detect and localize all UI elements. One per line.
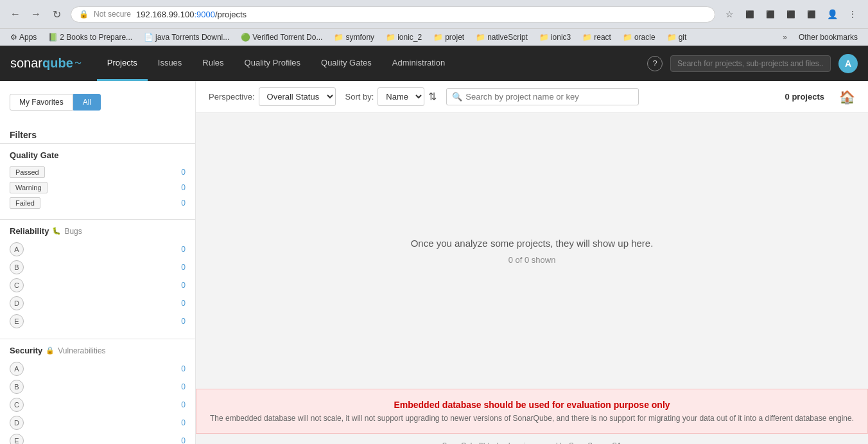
- security-grade-d[interactable]: D: [10, 416, 24, 430]
- refresh-button[interactable]: ↻: [48, 5, 65, 23]
- security-a-row: A 0: [10, 362, 186, 376]
- nav-right: ? A: [647, 54, 858, 73]
- back-button[interactable]: ←: [6, 5, 24, 23]
- nav-buttons: ← → ↻: [6, 5, 65, 23]
- ext4-button[interactable]: ⬛: [803, 5, 820, 23]
- nav-item-administration[interactable]: Administration: [382, 46, 455, 81]
- warning-text: The embedded database will not scale, it…: [209, 414, 855, 423]
- more-button[interactable]: ⋮: [844, 5, 862, 23]
- sidebar-tabs: My Favorites All: [0, 87, 195, 117]
- security-d-row: D 0: [10, 416, 186, 430]
- bookmark-books[interactable]: 📗 2 Books to Prepare...: [44, 31, 136, 43]
- bookmark-verified-label: Verified Torrent Do...: [252, 33, 322, 42]
- reliability-d-count: 0: [181, 299, 186, 308]
- content-body: Once you analyze some projects, they wil…: [196, 113, 868, 389]
- security-grade-e[interactable]: E: [10, 434, 24, 444]
- bookmark-ionic2[interactable]: 📁 ionic_2: [382, 31, 426, 43]
- reliability-grade-a[interactable]: A: [10, 242, 24, 256]
- reliability-a-row: A 0: [10, 242, 186, 256]
- bookmark-verified[interactable]: 🟢 Verified Torrent Do...: [237, 31, 326, 43]
- sort-direction-icon[interactable]: ⇅: [428, 91, 437, 103]
- home-icon[interactable]: 🏠: [839, 89, 855, 105]
- warning-title: Embedded database should be used for eva…: [209, 400, 855, 410]
- ionic3-icon: 📁: [539, 33, 549, 42]
- perspective-select[interactable]: Overall Status: [259, 87, 336, 106]
- nav-item-issues[interactable]: Issues: [148, 46, 193, 81]
- failed-filter-row: Failed 0: [10, 197, 186, 209]
- quality-gate-filter: Quality Gate Passed 0 Warning 0 Failed 0: [0, 143, 195, 219]
- reliability-d-row: D 0: [10, 296, 186, 310]
- bookmark-apps[interactable]: ⚙ Apps: [6, 31, 40, 43]
- quality-gate-title: Quality Gate: [10, 150, 186, 160]
- global-search-input[interactable]: [670, 55, 831, 72]
- help-button[interactable]: ?: [647, 56, 663, 71]
- browser-action-buttons: ☆ ⬛ ⬛ ⬛ ⬛ 👤 ⋮: [720, 5, 862, 23]
- bookmark-oracle[interactable]: 📁 oracle: [619, 31, 659, 43]
- forward-button[interactable]: →: [27, 5, 45, 23]
- reliability-grade-c[interactable]: C: [10, 278, 24, 292]
- security-b-row: B 0: [10, 380, 186, 394]
- projects-count: 0 projects: [785, 92, 824, 102]
- bookmark-symfony[interactable]: 📁 symfony: [330, 31, 378, 43]
- sort-control: Sort by: Name ⇅: [345, 87, 437, 106]
- filters-header: Filters: [0, 123, 195, 143]
- security-grade-a[interactable]: A: [10, 362, 24, 376]
- security-d-count: 0: [181, 418, 186, 427]
- reliability-c-count: 0: [181, 281, 186, 290]
- other-bookmarks[interactable]: Other bookmarks: [795, 31, 862, 43]
- warning-banner: Embedded database should be used for eva…: [196, 389, 868, 434]
- project-search-box: 🔍: [446, 88, 639, 105]
- right-panel: Perspective: Overall Status Sort by: Nam…: [196, 81, 868, 444]
- address-not-secure: Not secure: [94, 10, 131, 19]
- reliability-grade-d[interactable]: D: [10, 296, 24, 310]
- reliability-grade-b[interactable]: B: [10, 260, 24, 274]
- bookmark-symfony-label: symfony: [345, 33, 374, 42]
- bookmark-java[interactable]: 📄 java Torrents Downl...: [140, 31, 233, 43]
- books-icon: 📗: [48, 33, 58, 42]
- bookmark-apps-label: Apps: [19, 33, 37, 42]
- logo-waves: 〜: [74, 58, 82, 68]
- perspective-control: Perspective: Overall Status: [209, 87, 336, 106]
- project-search-input[interactable]: [465, 92, 633, 102]
- nav-item-projects[interactable]: Projects: [97, 46, 148, 81]
- profile-button[interactable]: 👤: [823, 5, 841, 23]
- sort-label: Sort by:: [345, 92, 374, 102]
- security-e-count: 0: [181, 436, 186, 444]
- security-grade-c[interactable]: C: [10, 398, 24, 412]
- sort-select[interactable]: Name: [378, 87, 424, 106]
- passed-count: 0: [181, 168, 186, 177]
- bookmark-react[interactable]: 📁 react: [578, 31, 615, 43]
- passed-badge[interactable]: Passed: [10, 166, 45, 178]
- bookmark-nativescript[interactable]: 📁 nativeScript: [472, 31, 532, 43]
- bookmark-projet[interactable]: 📁 projet: [430, 31, 468, 43]
- nav-item-rules[interactable]: Rules: [192, 46, 234, 81]
- reliability-title: Reliability 🐛 Bugs: [10, 226, 186, 236]
- warning-filter-row: Warning 0: [10, 182, 186, 193]
- bookmark-git[interactable]: 📁 git: [663, 31, 691, 43]
- empty-message: Once you analyze some projects, they wil…: [411, 238, 654, 249]
- footer-line1: SonarQube™ technology is powered by Sona…: [204, 441, 860, 444]
- user-avatar[interactable]: A: [838, 54, 858, 73]
- tab-my-favorites[interactable]: My Favorites: [10, 94, 73, 111]
- reliability-grade-e[interactable]: E: [10, 314, 24, 328]
- warning-badge[interactable]: Warning: [10, 182, 48, 193]
- git-icon: 📁: [667, 33, 677, 42]
- nav-item-quality-profiles[interactable]: Quality Profiles: [234, 46, 311, 81]
- tab-all[interactable]: All: [73, 94, 101, 111]
- ext1-button[interactable]: ⬛: [741, 5, 759, 23]
- security-e-row: E 0: [10, 434, 186, 444]
- ext3-button[interactable]: ⬛: [782, 5, 800, 23]
- ext2-button[interactable]: ⬛: [761, 5, 779, 23]
- security-grade-b[interactable]: B: [10, 380, 24, 394]
- security-b-count: 0: [181, 382, 186, 391]
- java-icon: 📄: [144, 33, 153, 42]
- address-bar[interactable]: 🔒 Not secure 192.168.99.100:9000/project…: [71, 6, 715, 22]
- reliability-b-count: 0: [181, 263, 186, 272]
- bookmark-more-button[interactable]: »: [779, 31, 791, 43]
- nav-item-quality-gates[interactable]: Quality Gates: [311, 46, 382, 81]
- reliability-b-row: B 0: [10, 260, 186, 274]
- bookmark-ionic3[interactable]: 📁 ionic3: [535, 31, 575, 43]
- failed-badge[interactable]: Failed: [10, 197, 40, 209]
- star-button[interactable]: ☆: [720, 5, 738, 23]
- app: sonarqube 〜 Projects Issues Rules Qualit…: [0, 46, 868, 444]
